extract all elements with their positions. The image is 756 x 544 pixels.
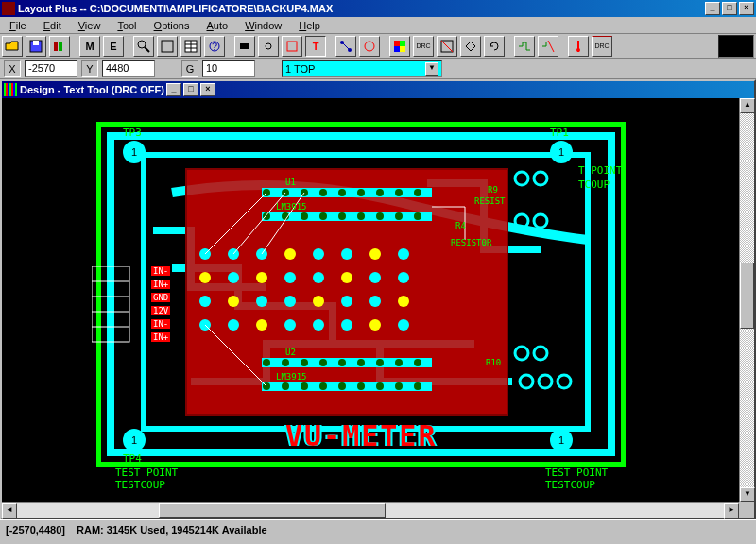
doc-close-button[interactable]: ×: [200, 83, 215, 96]
svg-point-97: [199, 296, 211, 307]
silk-r9: R9: [488, 185, 498, 195]
svg-point-100: [284, 296, 296, 307]
pin-in-minus-2: IN-: [151, 319, 170, 329]
drc-box-button[interactable]: DRC: [592, 36, 612, 57]
g-value[interactable]: 10: [202, 60, 255, 77]
svg-point-71: [414, 359, 421, 366]
zoom-fit-button[interactable]: [157, 36, 178, 57]
menu-tool[interactable]: Tool: [112, 20, 142, 31]
app-title: Layout Plus -- C:\DOCUMENTI\AMPLIFICATOR…: [18, 3, 333, 14]
menu-auto[interactable]: Auto: [200, 20, 233, 31]
minimize-button[interactable]: _: [705, 2, 720, 15]
v-scroll-thumb[interactable]: [740, 263, 754, 329]
maximize-button[interactable]: □: [722, 2, 737, 15]
close-button[interactable]: ×: [739, 2, 754, 15]
svg-point-14: [266, 43, 271, 49]
menu-file[interactable]: FFileile: [4, 20, 32, 31]
open-button[interactable]: [2, 36, 23, 57]
reconnect-button[interactable]: [460, 36, 481, 57]
scroll-left-button[interactable]: ◄: [2, 503, 17, 518]
autoroute-button[interactable]: [514, 36, 535, 57]
status-position: [-2570,4480]: [6, 524, 65, 536]
drc-button[interactable]: DRC: [413, 36, 434, 57]
refresh-button[interactable]: [484, 36, 505, 57]
connection-tool-button[interactable]: [335, 36, 356, 57]
doc-minimize-button[interactable]: _: [166, 83, 181, 96]
menu-help[interactable]: Help: [293, 20, 326, 31]
pcb-canvas[interactable]: 1 1 1 1 IN- IN+ GND 12V IN- IN+ TP3 TP1 …: [2, 98, 739, 502]
svg-rect-20: [394, 41, 400, 46]
svg-point-69: [376, 359, 384, 366]
silk-resistor: RESIST0R: [451, 238, 491, 247]
doc-maximize-button[interactable]: □: [183, 83, 198, 96]
svg-point-74: [301, 382, 308, 390]
chevron-down-icon[interactable]: ▼: [425, 62, 438, 76]
obstacle-tool-button[interactable]: [282, 36, 302, 57]
menu-options[interactable]: Options: [148, 20, 196, 31]
menu-edit[interactable]: Edit: [38, 20, 67, 31]
online-drc-button[interactable]: [437, 36, 457, 57]
pin-tool-button[interactable]: [258, 36, 279, 57]
svg-point-61: [395, 212, 403, 220]
svg-point-112: [398, 319, 409, 331]
svg-point-52: [395, 189, 403, 196]
svg-point-98: [228, 296, 239, 307]
svg-rect-3: [59, 42, 62, 51]
svg-rect-13: [240, 43, 249, 49]
layer-select[interactable]: 1 TOP ▼: [282, 60, 442, 77]
svg-point-94: [341, 272, 352, 283]
scroll-right-button[interactable]: ►: [724, 503, 739, 518]
horizontal-scrollbar[interactable]: ◄ ►: [2, 502, 739, 518]
v-scroll-track[interactable]: [740, 113, 754, 487]
text-tool-button[interactable]: T: [305, 36, 326, 57]
svg-point-88: [398, 248, 409, 260]
library-button[interactable]: [49, 36, 70, 57]
mdi-area: Design - Text Tool (DRC OFF) _ □ ×: [0, 79, 756, 519]
tool-e-button[interactable]: E: [103, 36, 124, 57]
svg-point-96: [398, 272, 409, 283]
silkscreen-vu-meter: VU-METER: [285, 419, 438, 452]
component-tool-button[interactable]: [234, 36, 255, 57]
pin-gnd: GND: [151, 293, 170, 302]
menu-view[interactable]: View: [73, 20, 107, 31]
svg-point-90: [228, 272, 239, 283]
tool-m-button[interactable]: M: [79, 36, 100, 57]
svg-rect-113: [92, 266, 129, 342]
design-rule-button[interactable]: [568, 36, 589, 57]
svg-point-109: [313, 319, 324, 331]
scroll-down-button[interactable]: ▼: [740, 487, 755, 502]
svg-point-106: [228, 319, 239, 331]
silk-u2: U2: [285, 348, 296, 357]
app-titlebar: Layout Plus -- C:\DOCUMENTI\AMPLIFICATOR…: [0, 0, 756, 17]
silk-tp1: TP1: [550, 127, 569, 139]
color-button[interactable]: [389, 36, 410, 57]
svg-point-107: [256, 319, 267, 331]
save-button[interactable]: [26, 36, 46, 57]
silk-resist-1: RESIST: [474, 196, 506, 206]
silk-testcoup-br: TESTCOUP: [545, 479, 595, 491]
svg-rect-15: [287, 42, 297, 51]
menu-window[interactable]: Window: [239, 20, 287, 31]
pin-in-plus-1: IN+: [151, 280, 170, 289]
spreadsheet-button[interactable]: [180, 36, 201, 57]
error-tool-button[interactable]: [359, 36, 380, 57]
svg-point-111: [369, 319, 381, 331]
x-value[interactable]: -2570: [25, 60, 77, 77]
silk-t-point: T POINT: [578, 164, 622, 177]
y-label: Y: [81, 60, 98, 77]
svg-point-102: [341, 296, 352, 307]
vertical-scrollbar[interactable]: ▲ ▼: [739, 98, 754, 502]
h-scroll-thumb[interactable]: [159, 503, 386, 518]
query-button[interactable]: ?: [204, 36, 225, 57]
y-value[interactable]: 4480: [102, 60, 155, 77]
scroll-up-button[interactable]: ▲: [740, 98, 755, 113]
svg-rect-22: [394, 46, 400, 52]
zoom-in-button[interactable]: [133, 36, 154, 57]
svg-point-51: [376, 189, 384, 196]
app-icon: [2, 2, 15, 15]
h-scroll-track[interactable]: [17, 503, 724, 518]
svg-rect-21: [400, 41, 405, 46]
unroute-button[interactable]: [538, 36, 558, 57]
svg-point-68: [357, 359, 365, 366]
svg-rect-39: [186, 169, 507, 415]
